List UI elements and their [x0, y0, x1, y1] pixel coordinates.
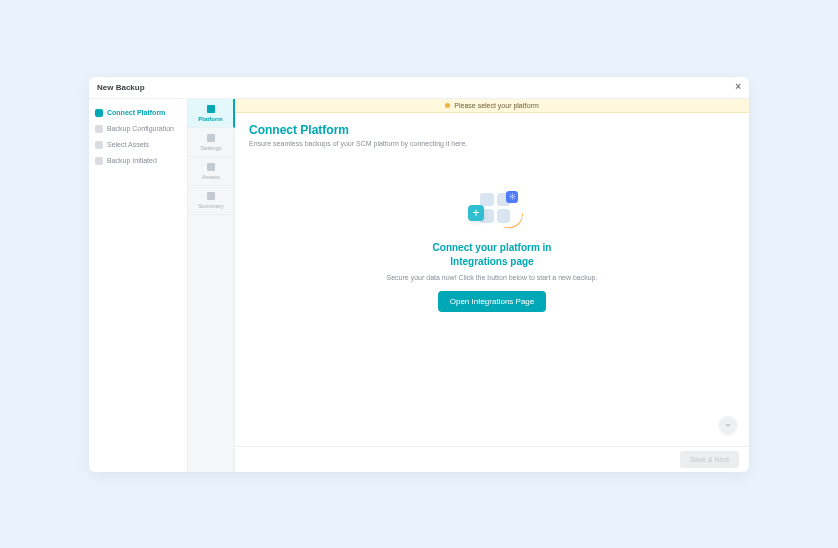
step-label: Connect Platform [107, 109, 165, 116]
integrations-illustration: + [462, 187, 522, 231]
step-dot-icon [95, 157, 103, 165]
step-label: Backup Configuration [107, 125, 174, 132]
modal-window: New Backup × Connect Platform Backup Con… [89, 77, 749, 472]
gear-icon [506, 191, 518, 203]
empty-state-title: Connect your platform in Integrations pa… [433, 241, 552, 269]
rail-label: Settings [190, 145, 232, 151]
svg-point-0 [511, 196, 513, 198]
step-label: Select Assets [107, 141, 149, 148]
rail-item-settings[interactable]: Settings [188, 128, 234, 157]
rail-label: Summary [190, 203, 232, 209]
content-area: Please select your platform Connect Plat… [235, 99, 749, 472]
sub-nav-rail: Platform Settings Assets Summary [187, 99, 235, 472]
settings-icon [207, 134, 215, 142]
rail-label: Platform [190, 116, 231, 122]
modal-body: Connect Platform Backup Configuration Se… [89, 99, 749, 472]
modal-header: New Backup × [89, 77, 749, 99]
footer-bar: Save & Next [235, 446, 749, 472]
save-next-button[interactable]: Save & Next [680, 451, 739, 468]
step-backup-configuration[interactable]: Backup Configuration [95, 121, 181, 137]
rail-item-platform[interactable]: Platform [188, 99, 235, 128]
scroll-down-button[interactable] [719, 416, 737, 434]
plus-icon: + [468, 205, 484, 221]
step-dot-icon [95, 141, 103, 149]
step-dot-icon [95, 125, 103, 133]
alert-banner: Please select your platform [235, 99, 749, 113]
warning-icon [445, 103, 450, 108]
modal-title: New Backup [97, 83, 145, 92]
rail-item-summary[interactable]: Summary [188, 186, 234, 215]
section-subtitle: Ensure seamless backups of your SCM plat… [249, 140, 735, 147]
stepper: Connect Platform Backup Configuration Se… [89, 99, 187, 472]
alert-text: Please select your platform [454, 102, 538, 109]
close-icon[interactable]: × [735, 82, 741, 92]
grid-icon [207, 105, 215, 113]
step-label: Backup Initiated [107, 157, 157, 164]
content-inner: Connect Platform Ensure seamless backups… [235, 113, 749, 446]
rail-item-assets[interactable]: Assets [188, 157, 234, 186]
step-backup-initiated[interactable]: Backup Initiated [95, 153, 181, 169]
section-title: Connect Platform [249, 123, 735, 137]
arrow-swoosh-icon [503, 209, 524, 230]
step-select-assets[interactable]: Select Assets [95, 137, 181, 153]
open-integrations-button[interactable]: Open Integrations Page [438, 291, 547, 312]
rail-label: Assets [190, 174, 232, 180]
summary-icon [207, 192, 215, 200]
step-connect-platform[interactable]: Connect Platform [95, 105, 181, 121]
step-dot-icon [95, 109, 103, 117]
empty-state-subtitle: Secure your data now! Click the button b… [387, 274, 598, 281]
assets-icon [207, 163, 215, 171]
empty-state: + Connect your platform in Integrations … [249, 187, 735, 312]
